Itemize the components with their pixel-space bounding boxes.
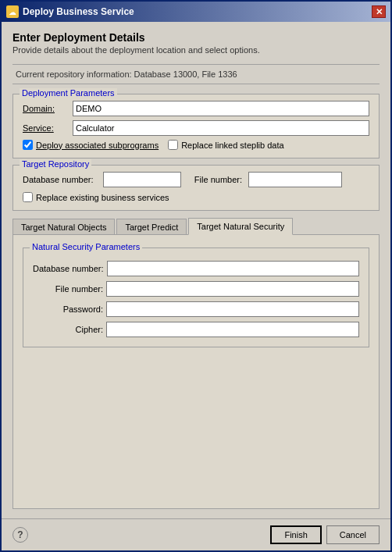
target-repo-section: Target Repository Database number: File … bbox=[12, 165, 380, 211]
natural-security-section: Natural Security Parameters Database num… bbox=[23, 248, 369, 347]
title-bar: ☁ Deploy Business Service ✕ bbox=[2, 2, 390, 22]
service-label: Service: bbox=[23, 123, 69, 133]
finish-button[interactable]: Finish bbox=[270, 525, 321, 544]
tabs-header: Target Natural Objects Target Predict Ta… bbox=[12, 217, 380, 234]
ns-cipher-row: Cipher: bbox=[33, 322, 359, 337]
replace-services-label: Replace existing business services bbox=[36, 193, 169, 202]
tab-predict[interactable]: Target Predict bbox=[116, 219, 187, 235]
tab-natural-security[interactable]: Target Natural Security bbox=[188, 218, 293, 235]
ns-cipher-input[interactable] bbox=[106, 322, 359, 337]
deploy-subprograms-label: Deploy associated subprograms bbox=[36, 141, 159, 150]
ns-file-label: File number: bbox=[33, 284, 103, 294]
cancel-button[interactable]: Cancel bbox=[326, 525, 380, 544]
file-number-label: File number: bbox=[187, 175, 242, 184]
service-row: Service: bbox=[23, 120, 369, 136]
ns-db-input[interactable] bbox=[107, 261, 360, 276]
main-window: ☁ Deploy Business Service ✕ Enter Deploy… bbox=[0, 0, 392, 552]
domain-row: Domain: bbox=[23, 101, 369, 116]
replace-services-row: Replace existing business services bbox=[23, 192, 369, 202]
domain-input[interactable] bbox=[73, 101, 369, 116]
natural-security-section-label: Natural Security Parameters bbox=[30, 242, 142, 251]
main-content: Enter Deployment Details Provide details… bbox=[2, 22, 390, 518]
replace-steplib-label: Replace linked steplib data bbox=[181, 141, 283, 150]
deployment-params-label: Deployment Parameters bbox=[20, 88, 117, 98]
file-number-input[interactable] bbox=[248, 172, 342, 187]
tabs-container: Target Natural Objects Target Predict Ta… bbox=[12, 217, 380, 509]
replace-steplib-checkbox[interactable] bbox=[168, 140, 178, 150]
page-title: Enter Deployment Details bbox=[12, 31, 380, 44]
ns-file-row: File number: bbox=[33, 281, 359, 297]
replace-services-checkbox[interactable] bbox=[23, 192, 33, 202]
ns-password-input[interactable] bbox=[106, 301, 359, 317]
page-subtitle: Provide details about the deployment loc… bbox=[12, 45, 380, 55]
window-title: Deploy Business Service bbox=[23, 6, 134, 17]
ns-cipher-label: Cipher: bbox=[33, 325, 103, 334]
deployment-params-section: Deployment Parameters Domain: Service: D… bbox=[12, 94, 380, 158]
deploy-subprograms-checkbox[interactable] bbox=[23, 140, 33, 150]
btn-group: Finish Cancel bbox=[270, 525, 380, 544]
ns-db-row: Database number: bbox=[33, 261, 359, 276]
db-file-row: Database number: File number: bbox=[23, 172, 369, 187]
ns-password-row: Password: bbox=[33, 301, 359, 317]
title-bar-left: ☁ Deploy Business Service bbox=[6, 5, 134, 18]
help-button[interactable]: ? bbox=[12, 527, 28, 543]
ns-password-label: Password: bbox=[33, 304, 103, 314]
tab-content-natural-security: Natural Security Parameters Database num… bbox=[12, 234, 380, 509]
domain-label: Domain: bbox=[23, 104, 69, 113]
bottom-bar: ? Finish Cancel bbox=[2, 518, 390, 550]
ns-db-label: Database number: bbox=[33, 264, 104, 273]
target-repo-label: Target Repository bbox=[20, 159, 91, 169]
deploy-subprograms-row: Deploy associated subprograms Replace li… bbox=[23, 140, 369, 150]
db-number-label: Database number: bbox=[23, 175, 97, 184]
tab-natural-objects[interactable]: Target Natural Objects bbox=[12, 219, 115, 235]
page-header: Enter Deployment Details Provide details… bbox=[12, 31, 380, 55]
db-number-input[interactable] bbox=[103, 172, 181, 187]
window-icon: ☁ bbox=[6, 5, 19, 18]
service-input[interactable] bbox=[73, 120, 369, 136]
repo-info: Current repository information: Database… bbox=[12, 64, 380, 84]
close-button[interactable]: ✕ bbox=[372, 5, 386, 18]
ns-file-input[interactable] bbox=[106, 281, 359, 297]
